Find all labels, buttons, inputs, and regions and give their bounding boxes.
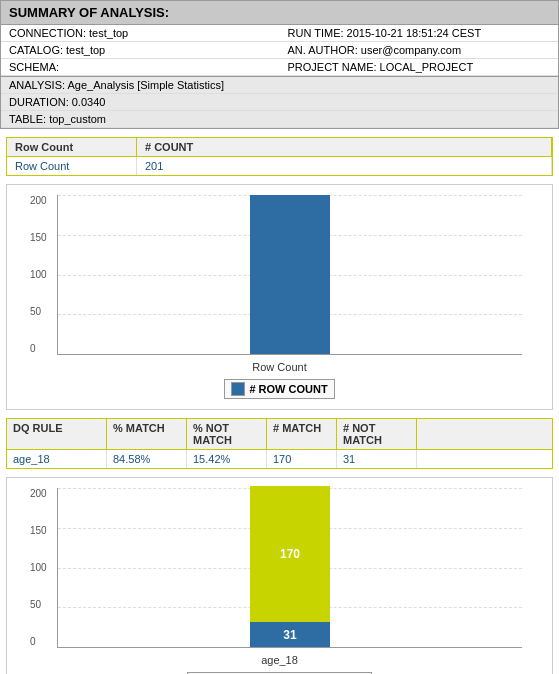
dq-col1-header: DQ RULE [7, 419, 107, 449]
row-count-header-row: Row Count # COUNT [7, 138, 552, 157]
dq-table: DQ RULE % MATCH % NOT MATCH # MATCH # NO… [6, 418, 553, 469]
schema-info: SCHEMA: [1, 59, 280, 76]
row-count-col2-value: 201 [137, 157, 552, 175]
chart2-stacked-bar: 31 170 [250, 622, 330, 647]
catalog-info: CATALOG: test_top [1, 42, 280, 59]
analysis-info: ANALYSIS: Age_Analysis [Simple Statistic… [1, 77, 558, 94]
chart2-match-label: 170 [280, 547, 300, 561]
y-label-200: 200 [30, 195, 47, 206]
row-count-data-row: Row Count 201 [7, 157, 552, 175]
chart2-title: age_18 [17, 654, 542, 666]
author-info: AN. AUTHOR: user@company.com [280, 42, 559, 59]
chart1-bar-container [58, 195, 522, 354]
dq-data-row: age_18 84.58% 15.42% 170 31 [7, 450, 552, 468]
run-time-info: RUN TIME: 2015-10-21 18:51:24 CEST [280, 25, 559, 42]
y-label-150: 150 [30, 232, 47, 243]
y-label-50: 50 [30, 306, 47, 317]
chart1-bar [250, 195, 330, 354]
dq-count-not-match: 31 [337, 450, 417, 468]
dq-header-row: DQ RULE % MATCH % NOT MATCH # MATCH # NO… [7, 419, 552, 450]
dq-col2-header: % MATCH [107, 419, 187, 449]
row-count-col1-value: Row Count [7, 157, 137, 175]
y-label-0: 0 [30, 343, 47, 354]
connection-info: CONNECTION: test_top [1, 25, 280, 42]
y2-label-200: 200 [30, 488, 47, 499]
chart1-y-axis: 200 150 100 50 0 [30, 195, 47, 354]
table-info: TABLE: top_custom [1, 111, 558, 128]
chart2-bar-container: 31 170 [58, 622, 522, 647]
y2-label-100: 100 [30, 562, 47, 573]
chart2-section: 200 150 100 50 0 31 17 [6, 477, 553, 674]
row-count-col2-header: # COUNT [137, 138, 552, 156]
dq-col4-header: # MATCH [267, 419, 337, 449]
summary-header: SUMMARY OF ANALYSIS: [1, 1, 558, 25]
chart1-title: Row Count [17, 361, 542, 373]
y2-label-0: 0 [30, 636, 47, 647]
chart2-match-bar: 170 [250, 486, 330, 622]
dq-rule-name: age_18 [7, 450, 107, 468]
duration-info: DURATION: 0.0340 [1, 94, 558, 111]
y2-label-50: 50 [30, 599, 47, 610]
row-count-table: Row Count # COUNT Row Count 201 [6, 137, 553, 176]
chart1-area: 200 150 100 50 0 [57, 195, 522, 355]
chart2-not-match-bar: 31 [250, 622, 330, 647]
y-label-100: 100 [30, 269, 47, 280]
chart2-not-match-label: 31 [283, 628, 296, 642]
chart1-section: 200 150 100 50 0 Row Count # ROW COUNT [6, 184, 553, 410]
row-count-col1-header: Row Count [7, 138, 137, 156]
chart1-legend: # ROW COUNT [17, 379, 542, 399]
chart2-area: 200 150 100 50 0 31 17 [57, 488, 522, 648]
chart2-y-axis: 200 150 100 50 0 [30, 488, 47, 647]
project-info: PROJECT NAME: LOCAL_PROJECT [280, 59, 559, 76]
dq-pct-match: 84.58% [107, 450, 187, 468]
chart1-legend-wrapper: # ROW COUNT [224, 379, 334, 399]
dq-count-match: 170 [267, 450, 337, 468]
chart1-legend-label: # ROW COUNT [249, 383, 327, 395]
dq-col3-header: % NOT MATCH [187, 419, 267, 449]
chart1-legend-box [231, 382, 245, 396]
dq-col5-header: # NOT MATCH [337, 419, 417, 449]
y2-label-150: 150 [30, 525, 47, 536]
dq-pct-not-match: 15.42% [187, 450, 267, 468]
